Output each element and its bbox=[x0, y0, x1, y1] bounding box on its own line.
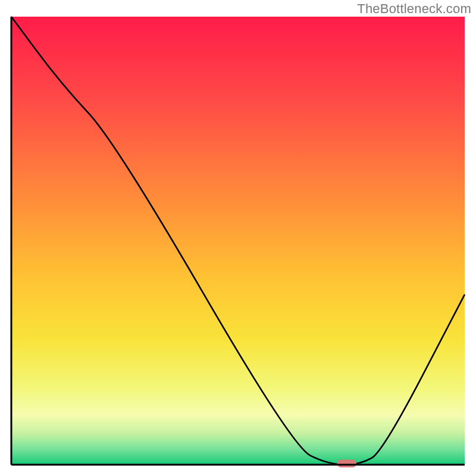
optimal-marker bbox=[337, 460, 356, 468]
bottleneck-chart bbox=[0, 0, 476, 476]
watermark-text: TheBottleneck.com bbox=[357, 1, 471, 17]
chart-frame: TheBottleneck.com bbox=[0, 0, 476, 476]
plot-background bbox=[11, 17, 465, 465]
